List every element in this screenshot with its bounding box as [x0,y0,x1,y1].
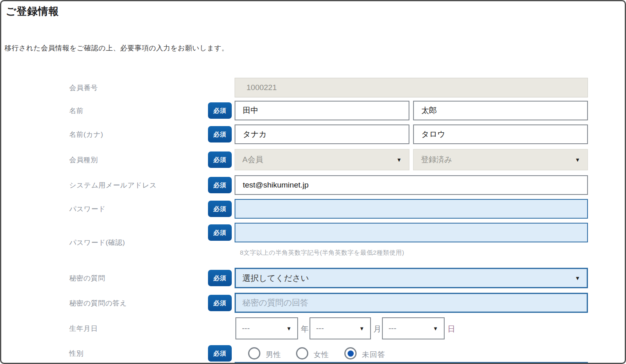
name-kana-required-badge: 必須 [208,126,232,142]
password-required-badge: 必須 [208,201,232,217]
member-type-label: 会員種別 [69,155,98,165]
secret-question-value: 選択してください [242,273,309,284]
password-confirm-field[interactable] [235,223,588,242]
birth-day-select[interactable]: --- ▼ [382,317,445,339]
secret-answer-required-badge: 必須 [208,295,232,311]
member-status-select: 登録済み ▼ [413,149,588,170]
member-type-required-badge: 必須 [208,151,232,168]
secret-question-label: 秘密の質問 [69,274,105,283]
first-name-kana-input[interactable] [413,124,588,144]
member-type-select: A会員 ▼ [235,149,409,170]
member-status-value: 登録済み [421,154,452,165]
birth-year-value: --- [242,324,250,333]
email-label: システム用メールアドレス [69,181,157,190]
secret-answer-input[interactable] [235,293,588,313]
gender-radio-male[interactable] [248,347,260,359]
chevron-down-icon: ▼ [396,157,402,163]
email-required-badge: 必須 [208,177,232,193]
secret-question-select[interactable]: 選択してください ▼ [235,268,588,288]
birthdate-label: 生年月日 [69,324,98,333]
gender-radio-noanswer[interactable] [344,347,357,359]
chevron-down-icon: ▼ [575,276,580,281]
password-confirm-label: パスワード(確認) [69,238,125,247]
gender-option-male-label: 男性 [266,350,281,359]
gender-option-female-label: 女性 [314,350,329,359]
gender-label: 性別 [69,349,84,358]
month-unit-label: 月 [373,324,381,335]
password-field[interactable] [235,199,588,219]
chevron-down-icon: ▼ [359,326,364,331]
last-name-input[interactable] [235,101,409,120]
first-name-input[interactable] [413,101,588,120]
birth-month-value: --- [316,324,324,333]
chevron-down-icon: ▼ [575,157,580,163]
gender-required-badge: 必須 [208,345,232,362]
member-number-field [235,78,588,97]
chevron-down-icon: ▼ [286,326,292,331]
registration-form-page: ご登録情報 移行された会員情報をご確認の上、必要事項の入力をお願いします。 会員… [0,0,626,364]
gender-radio-female[interactable] [296,347,308,359]
name-label: 名前 [69,106,84,115]
name-kana-label: 名前(カナ) [69,130,103,139]
member-type-value: A会員 [242,154,263,165]
password-hint: 8文字以上の半角英数字記号(半角英数字を最低2種類使用) [240,249,404,257]
last-name-kana-input[interactable] [235,124,409,144]
next-field-top-edge [235,362,588,364]
page-subtitle: 移行された会員情報をご確認の上、必要事項の入力をお願いします。 [5,43,229,53]
birth-year-select[interactable]: --- ▼ [235,317,298,339]
email-field[interactable] [235,175,588,195]
gender-option-noanswer-label: 未回答 [362,350,385,359]
birth-month-select[interactable]: --- ▼ [310,317,371,339]
day-unit-label: 日 [447,324,455,335]
year-unit-label: 年 [301,324,309,335]
secret-question-required-badge: 必須 [208,270,232,286]
name-required-badge: 必須 [208,102,232,119]
password-confirm-required-badge: 必須 [208,224,232,241]
password-label: パスワード [69,204,106,214]
member-number-label: 会員番号 [69,83,98,93]
page-title: ご登録情報 [6,5,59,18]
chevron-down-icon: ▼ [433,326,438,331]
secret-answer-label: 秘密の質問の答え [69,298,127,308]
birth-day-value: --- [389,324,396,333]
